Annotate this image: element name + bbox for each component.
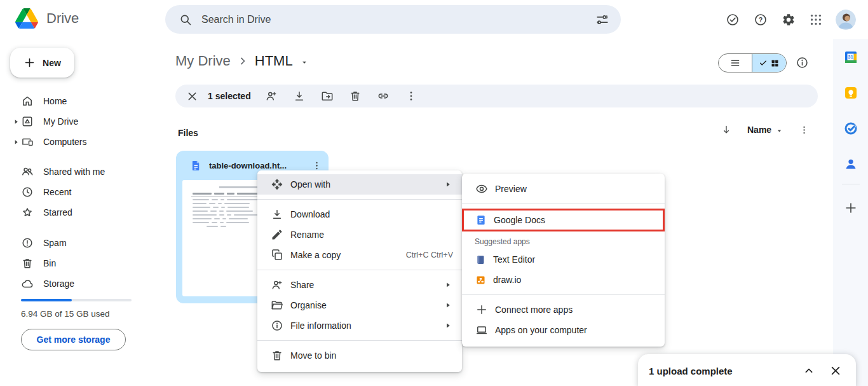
submenu-item-preview[interactable]: Preview <box>462 179 665 199</box>
computers-icon <box>21 135 34 148</box>
sidebar-item-spam[interactable]: Spam <box>0 233 153 253</box>
sort-by-label[interactable]: Name <box>747 125 771 135</box>
move-to-folder-icon[interactable] <box>321 90 334 102</box>
menu-separator <box>257 270 462 270</box>
breadcrumb-current[interactable]: HTML <box>255 53 293 69</box>
contacts-app-button[interactable] <box>843 156 858 172</box>
sidebar-item-computers[interactable]: Computers <box>0 132 153 152</box>
apps-grid-icon <box>809 13 823 27</box>
delete-icon[interactable] <box>349 90 362 102</box>
download-icon[interactable] <box>293 90 306 102</box>
side-panel-divider <box>842 184 860 184</box>
menu-item-rename[interactable]: Rename <box>257 224 462 245</box>
storage-progress-track <box>21 299 132 301</box>
drawio-icon <box>475 275 486 286</box>
files-section-title: Files <box>178 128 198 138</box>
menu-item-download[interactable]: Download <box>257 204 462 224</box>
share-icon <box>271 279 283 291</box>
app-title: Drive <box>46 10 79 27</box>
add-apps-button[interactable] <box>844 201 858 215</box>
account-avatar[interactable] <box>836 10 856 30</box>
collapse-toast-icon[interactable] <box>803 364 815 377</box>
view-options-icon[interactable] <box>799 125 810 135</box>
search-bar[interactable] <box>165 5 621 34</box>
info-icon <box>796 56 809 69</box>
details-button[interactable] <box>796 56 809 69</box>
open-with-icon <box>271 178 283 191</box>
menu-item-make-a-copy[interactable]: Make a copy Ctrl+C Ctrl+V <box>257 245 462 265</box>
sort-caret-icon[interactable] <box>775 127 783 135</box>
more-actions-icon[interactable] <box>405 90 417 102</box>
search-icon <box>179 13 192 26</box>
menu-item-share[interactable]: Share <box>257 275 462 295</box>
menu-item-file-information[interactable]: File information <box>257 315 462 336</box>
copy-link-icon[interactable] <box>377 90 390 102</box>
sidebar-item-recent[interactable]: Recent <box>0 182 153 202</box>
google-apps-button[interactable] <box>809 13 823 27</box>
list-view-button[interactable] <box>719 54 752 72</box>
sidebar-item-starred[interactable]: Starred <box>0 202 153 223</box>
tasks-app-button[interactable] <box>843 121 858 136</box>
selection-toolbar: 1 selected <box>175 85 818 107</box>
settings-button[interactable] <box>782 13 796 27</box>
menu-item-shortcut: Ctrl+C Ctrl+V <box>406 251 453 259</box>
list-view-icon <box>729 57 741 69</box>
breadcrumb-root[interactable]: My Drive <box>175 53 231 69</box>
get-more-storage-button[interactable]: Get more storage <box>21 329 126 350</box>
new-button[interactable]: New <box>10 48 74 78</box>
drive-logo[interactable]: Drive <box>15 8 79 29</box>
submenu-item-connect-more-apps[interactable]: Connect more apps <box>462 300 665 320</box>
menu-separator <box>257 199 462 200</box>
sidebar-item-shared-with-me[interactable]: Shared with me <box>0 162 153 182</box>
submenu-item-apps-on-your-computer[interactable]: Apps on your computer <box>462 320 665 340</box>
keep-icon <box>843 85 858 100</box>
submenu-item-google-docs[interactable]: Google Docs <box>462 209 665 231</box>
cloud-icon <box>21 277 34 290</box>
shared-people-icon <box>21 165 34 178</box>
submenu-item-text-editor[interactable]: Text Editor <box>462 249 665 270</box>
menu-separator <box>462 294 665 295</box>
menu-item-organise[interactable]: Organise <box>257 295 462 315</box>
bin-icon <box>271 349 283 362</box>
chevron-down-icon[interactable] <box>300 58 309 67</box>
sidebar-item-label: Home <box>43 96 67 106</box>
copy-icon <box>271 249 283 261</box>
file-more-actions-icon[interactable] <box>311 160 322 171</box>
breadcrumb: My Drive HTML <box>175 53 309 69</box>
contacts-icon <box>843 156 858 172</box>
offline-status-button[interactable] <box>726 13 740 27</box>
submenu-item-label: Google Docs <box>494 215 545 225</box>
menu-item-label: Share <box>290 280 436 290</box>
sidebar-item-label: Recent <box>43 187 71 197</box>
sort-direction-icon[interactable] <box>721 124 732 135</box>
preview-eye-icon <box>475 183 488 195</box>
submenu-item-drawio[interactable]: draw.io <box>462 270 665 290</box>
sidebar-item-bin[interactable]: Bin <box>0 253 153 273</box>
help-button[interactable]: ? <box>754 13 768 27</box>
menu-separator <box>462 203 665 204</box>
submenu-item-label: draw.io <box>493 275 521 285</box>
search-options-icon[interactable] <box>595 13 609 27</box>
upload-toast-message: 1 upload complete <box>649 366 789 376</box>
calendar-app-button[interactable]: 31 <box>843 50 858 65</box>
submenu-item-label: Connect more apps <box>495 305 573 315</box>
share-icon[interactable] <box>265 90 278 102</box>
search-input[interactable] <box>201 14 586 25</box>
menu-item-move-to-bin[interactable]: Move to bin <box>257 345 462 366</box>
menu-item-label: Open with <box>290 179 436 190</box>
sidebar-item-home[interactable]: Home <box>0 91 153 111</box>
grid-view-button[interactable] <box>752 54 786 72</box>
tasks-icon <box>843 121 858 136</box>
storage-progress-fill <box>21 299 72 301</box>
storage-usage-text: 6.94 GB of 15 GB used <box>21 309 110 319</box>
submenu-arrow-icon <box>443 300 453 310</box>
upload-toast: 1 upload complete <box>638 354 856 386</box>
clear-selection-icon[interactable] <box>186 90 198 102</box>
close-toast-icon[interactable] <box>829 364 842 377</box>
side-panel: 31 <box>833 39 868 386</box>
sidebar-item-my-drive[interactable]: My Drive <box>0 111 153 132</box>
keep-app-button[interactable] <box>843 85 858 100</box>
sidebar-item-label: Storage <box>43 279 74 289</box>
sidebar-item-storage[interactable]: Storage <box>0 273 153 294</box>
menu-item-open-with[interactable]: Open with <box>257 174 462 195</box>
